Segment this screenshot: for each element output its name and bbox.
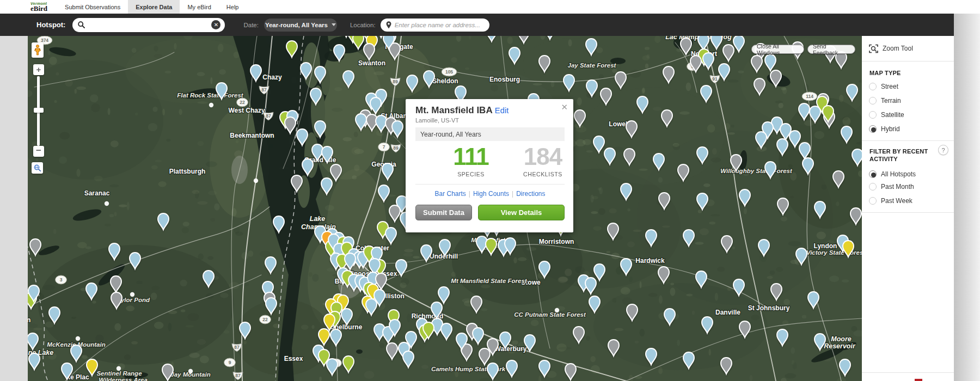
- filter-option-past-week[interactable]: Past Week: [869, 197, 912, 205]
- sidebar-divider: [862, 212, 954, 213]
- bar-charts-link[interactable]: Bar Charts: [434, 190, 465, 198]
- hotspot-toolbar: Hotspot: ✕ Date: Year-round, All Years L…: [0, 14, 954, 36]
- popup-links: Bar Charts|High Counts|Directions: [415, 184, 565, 198]
- svg-text:89: 89: [393, 145, 399, 151]
- zoom-in-button[interactable]: +: [33, 64, 44, 75]
- map-label: Morristown: [539, 238, 574, 245]
- top-nav: Vermont eBird Submit Observations Explor…: [0, 0, 980, 14]
- directions-link[interactable]: Directions: [516, 190, 545, 198]
- pegman-control[interactable]: [32, 42, 44, 58]
- filter-header: FILTER BY RECENT ACTIVITY: [869, 148, 932, 163]
- svg-text:87: 87: [261, 87, 267, 93]
- zoom-tool-icon: [869, 44, 878, 53]
- svg-text:87: 87: [234, 345, 240, 350]
- species-count: 111: [436, 144, 506, 170]
- map-label: Sentinel Range: [96, 370, 142, 377]
- poi-dot: [117, 366, 121, 371]
- poi-dot: [555, 308, 559, 312]
- close-icon[interactable]: ✕: [561, 102, 568, 112]
- zoom-tool-label: Zoom Tool: [883, 45, 913, 52]
- vermont-ebird-logo[interactable]: Vermont eBird: [30, 0, 47, 14]
- map-label: Victory State Forest: [806, 249, 862, 256]
- overview-map-button[interactable]: [32, 162, 43, 174]
- map-label: wn: [28, 316, 30, 324]
- chevron-down-icon: [332, 23, 336, 26]
- map-label: Beekmantown: [230, 132, 274, 139]
- search-input[interactable]: [88, 21, 211, 29]
- filter-option-past-month[interactable]: Past Month: [869, 183, 914, 190]
- radio-past-week[interactable]: [869, 197, 877, 205]
- nav-item-help[interactable]: Help: [219, 0, 247, 14]
- hotspot-search[interactable]: ✕: [72, 18, 225, 32]
- zoom-slider-handle[interactable]: [34, 108, 44, 113]
- location-search[interactable]: [381, 19, 489, 32]
- svg-text:87: 87: [235, 373, 241, 378]
- map-pin-icon: [386, 21, 391, 29]
- map-label: Essex: [284, 355, 303, 362]
- help-icon[interactable]: ?: [938, 145, 948, 155]
- nav-menu: Submit Observations Explore Data My eBir…: [57, 0, 246, 14]
- map-label: Swanton: [358, 59, 385, 67]
- date-label: Date:: [243, 22, 259, 28]
- svg-text:114: 114: [806, 94, 813, 99]
- radio-street[interactable]: [869, 83, 877, 90]
- poi-dot: [76, 336, 80, 341]
- clear-search-icon[interactable]: ✕: [211, 20, 220, 29]
- zoom-out-button[interactable]: −: [33, 146, 44, 157]
- close-all-windows-button[interactable]: Close All Windows: [751, 45, 804, 54]
- poi-dot: [188, 369, 193, 373]
- map-label: Waterbury: [495, 345, 527, 353]
- globe-zoom-icon: [34, 164, 41, 171]
- radio-hybrid[interactable]: [869, 125, 877, 133]
- filter-option-all-hotspots[interactable]: All Hotspots: [869, 170, 916, 178]
- map-label: West Chazy: [228, 107, 265, 114]
- map-sidebar: Zoom Tool MAP TYPE Street Terrain Satell…: [862, 36, 954, 381]
- nav-item-submit-observations[interactable]: Submit Observations: [57, 0, 128, 14]
- maptype-option-satellite[interactable]: Satellite: [869, 111, 904, 119]
- map-canvas[interactable]: ChazyWest ChazyBeekmantownPlattsburghSar…: [28, 36, 862, 381]
- map-label: Chazy: [262, 73, 282, 81]
- map-type-header: MAP TYPE: [869, 70, 901, 76]
- sidebar-divider: [862, 140, 954, 141]
- sidebar-divider: [862, 372, 954, 373]
- route-shield-icon: 7: [378, 143, 390, 151]
- radio-past-month[interactable]: [869, 183, 877, 190]
- radio-satellite[interactable]: [869, 111, 877, 119]
- send-feedback-button[interactable]: Send Feedback: [807, 45, 855, 54]
- radio-all-hotspots[interactable]: [869, 170, 877, 178]
- route-shield-icon: 3: [56, 275, 67, 284]
- view-details-button[interactable]: View Details: [478, 205, 565, 220]
- edit-link[interactable]: Edit: [495, 106, 509, 115]
- popup-title: Mt. Mansfield IBAEdit: [415, 105, 509, 116]
- map-label: Willoughby State Forest: [720, 168, 793, 174]
- submit-data-button[interactable]: Submit Data: [415, 205, 472, 220]
- radio-terrain[interactable]: [869, 97, 877, 105]
- page-left-margin: [0, 36, 28, 381]
- route-shield-icon: 22: [237, 98, 248, 107]
- checklists-count: 184: [507, 144, 578, 170]
- popup-subtitle: Lamoille, US-VT: [415, 117, 459, 124]
- zoom-tool-button[interactable]: Zoom Tool: [862, 36, 954, 62]
- map-label: Hardwick: [635, 257, 665, 265]
- maptype-option-terrain[interactable]: Terrain: [869, 97, 901, 105]
- map-label: Moore: [831, 335, 852, 343]
- maptype-option-hybrid[interactable]: Hybrid: [869, 125, 900, 133]
- svg-text:89: 89: [393, 79, 398, 84]
- date-dropdown[interactable]: Year-round, All Years: [264, 19, 337, 32]
- svg-text:3: 3: [60, 277, 63, 282]
- high-counts-link[interactable]: High Counts: [473, 190, 509, 198]
- hotspot-popup: ✕ Mt. Mansfield IBAEdit Lamoille, US-VT …: [406, 99, 573, 232]
- poi-dot: [105, 201, 109, 206]
- maptype-option-street[interactable]: Street: [869, 83, 898, 90]
- nav-item-explore-data[interactable]: Explore Data: [128, 0, 180, 14]
- map-label: Plattsburgh: [169, 168, 206, 175]
- route-shield-icon: 114: [802, 92, 817, 101]
- species-stat: 111 SPECIES: [436, 144, 506, 177]
- route-shield-icon: 9: [224, 358, 236, 367]
- nav-item-my-ebird[interactable]: My eBird: [180, 0, 218, 14]
- location-input[interactable]: [395, 22, 484, 28]
- svg-text:91: 91: [712, 76, 718, 82]
- map-label: Lake: [310, 215, 326, 223]
- hotspot-label: Hotspot:: [36, 21, 65, 29]
- poi-dot: [254, 179, 258, 183]
